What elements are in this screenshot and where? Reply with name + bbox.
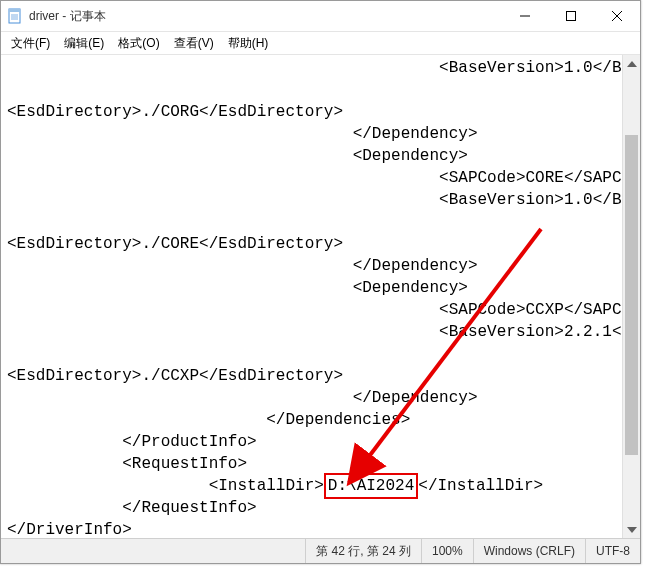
menu-file[interactable]: 文件(F) bbox=[5, 33, 56, 54]
close-button[interactable] bbox=[594, 1, 640, 31]
svg-rect-1 bbox=[9, 9, 20, 12]
scroll-thumb[interactable] bbox=[625, 135, 638, 455]
svg-rect-6 bbox=[567, 12, 576, 21]
notepad-window: driver - 记事本 文件(F) 编辑(E) 格式(O) 查看(V) 帮助(… bbox=[0, 0, 641, 564]
text-editor[interactable]: <BaseVersion>1.0</BaseVersion> <EsdDirec… bbox=[1, 55, 622, 538]
menu-format[interactable]: 格式(O) bbox=[112, 33, 165, 54]
menu-view[interactable]: 查看(V) bbox=[168, 33, 220, 54]
window-controls bbox=[502, 1, 640, 31]
titlebar: driver - 记事本 bbox=[1, 1, 640, 32]
maximize-button[interactable] bbox=[548, 1, 594, 31]
menu-edit[interactable]: 编辑(E) bbox=[58, 33, 110, 54]
vertical-scrollbar[interactable] bbox=[622, 55, 640, 538]
status-position: 第 42 行, 第 24 列 bbox=[305, 539, 421, 563]
scroll-down-button[interactable] bbox=[623, 521, 640, 538]
statusbar: 第 42 行, 第 24 列 100% Windows (CRLF) UTF-8 bbox=[1, 538, 640, 563]
menubar: 文件(F) 编辑(E) 格式(O) 查看(V) 帮助(H) bbox=[1, 32, 640, 55]
minimize-button[interactable] bbox=[502, 1, 548, 31]
titlebar-left: driver - 记事本 bbox=[1, 8, 106, 25]
status-encoding: UTF-8 bbox=[585, 539, 640, 563]
notepad-icon bbox=[7, 8, 23, 24]
content-area: <BaseVersion>1.0</BaseVersion> <EsdDirec… bbox=[1, 55, 640, 538]
status-zoom: 100% bbox=[421, 539, 473, 563]
window-title: driver - 记事本 bbox=[29, 8, 106, 25]
highlight-install-dir: D:\AI2024 bbox=[324, 473, 418, 499]
scroll-up-button[interactable] bbox=[623, 55, 640, 72]
status-line-ending: Windows (CRLF) bbox=[473, 539, 585, 563]
menu-help[interactable]: 帮助(H) bbox=[222, 33, 275, 54]
